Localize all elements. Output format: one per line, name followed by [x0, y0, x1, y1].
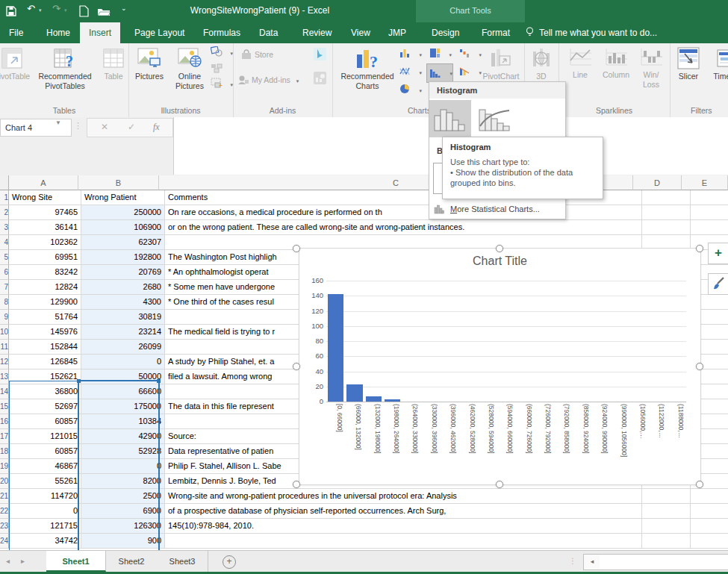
sheet-tab-sheet2[interactable]: Sheet2 — [106, 551, 158, 572]
sparkline-winloss-button[interactable]: Win/Loss — [636, 46, 666, 90]
undo-dropdown-icon[interactable]: ▾ — [39, 7, 42, 13]
histogram-bar[interactable] — [366, 396, 382, 402]
recommended-charts-button[interactable]: ? RecommendedCharts — [340, 46, 395, 91]
tab-page-layout[interactable]: Page Layout — [125, 22, 193, 43]
cell-b-17[interactable]: 42900 — [81, 429, 165, 444]
cell-a-15[interactable]: 52697 — [9, 399, 81, 414]
histogram-bar[interactable] — [346, 384, 362, 402]
row-header[interactable]: 21 — [0, 489, 9, 504]
row-header[interactable]: 5 — [0, 250, 9, 265]
cell-a-24[interactable]: 34742 — [9, 534, 81, 549]
recommended-pivottables-button[interactable]: ? RecommendedPivotTables — [33, 46, 97, 91]
row-header[interactable]: 19 — [0, 459, 9, 474]
more-statistical-charts-item[interactable]: More Statistical Charts... — [429, 200, 565, 219]
horizontal-scrollbar[interactable]: ◂ — [583, 554, 728, 570]
histogram-bar[interactable] — [385, 399, 400, 402]
sheet-tab-sheet3[interactable]: Sheet3 — [157, 551, 208, 572]
cell-a-16[interactable]: 60857 — [9, 414, 81, 429]
cell-b-14[interactable]: 66600 — [81, 384, 165, 399]
row-header[interactable]: 23 — [0, 519, 9, 534]
cell-b-16[interactable]: 10384 — [81, 414, 165, 429]
histogram-chart-option[interactable] — [429, 100, 471, 137]
cell-a-5[interactable]: 69951 — [9, 250, 81, 265]
tell-me-box[interactable]: Tell me what you want to do... — [525, 25, 657, 41]
cell-c-23[interactable]: 145(10):978-984, 2010. — [165, 519, 642, 534]
insert-column-chart-button[interactable]: ▾ — [399, 48, 422, 63]
cell-a-6[interactable]: 83242 — [9, 265, 81, 280]
cell-c-22[interactable]: of a prospective database of physician s… — [165, 504, 642, 519]
cell-d-23[interactable] — [642, 519, 691, 534]
enter-icon[interactable]: ✓ — [128, 122, 135, 132]
histogram-bar[interactable] — [328, 294, 343, 402]
redo-dropdown-icon[interactable]: ▾ — [64, 7, 67, 13]
pareto-chart-option[interactable] — [474, 100, 516, 137]
cell-b-23[interactable]: 126300 — [81, 519, 165, 534]
cell-a-7[interactable]: 12824 — [9, 280, 81, 295]
insert-combo-chart-button[interactable]: ▾ — [459, 66, 482, 81]
cell-b-9[interactable]: 30819 — [81, 310, 165, 325]
insert-statistic-chart-button[interactable]: ▾ — [427, 64, 452, 82]
cell-b-24[interactable]: 900 — [81, 534, 165, 549]
my-addins-button[interactable]: My Add-ins ▾ — [237, 75, 299, 85]
timeline-button[interactable]: Timeline — [707, 46, 728, 81]
slicer-button[interactable]: Slicer — [673, 46, 704, 81]
chart-resize-handle[interactable] — [696, 245, 703, 252]
tab-review[interactable]: Review — [293, 22, 340, 43]
cell-a-18[interactable]: 60857 — [9, 444, 81, 459]
tab-insert[interactable]: Insert — [80, 22, 120, 43]
pivottable-button[interactable]: PivotTable — [0, 46, 34, 81]
column-header-d[interactable]: D — [633, 175, 682, 190]
cell-b-20[interactable]: 8200 — [81, 474, 165, 489]
sparkline-line-button[interactable]: Line — [564, 46, 596, 80]
cell-b-10[interactable]: 23214 — [81, 325, 165, 340]
cell-e-21[interactable] — [691, 489, 728, 504]
cell-b-13[interactable]: 50000 — [81, 369, 165, 384]
row-header[interactable]: 8 — [0, 295, 9, 310]
cell-d-1[interactable] — [642, 190, 691, 205]
row-header[interactable]: 20 — [0, 474, 9, 489]
cell-e-2[interactable] — [691, 205, 728, 220]
cell-c-2[interactable]: On rare occasions, a medical procedure i… — [165, 205, 642, 220]
chart-resize-handle[interactable] — [696, 481, 703, 488]
insert-pie-chart-button[interactable]: ▾ — [399, 84, 422, 99]
cell-e-24[interactable] — [691, 534, 728, 549]
chart-resize-handle[interactable] — [696, 363, 703, 370]
cell-b-8[interactable]: 4300 — [81, 295, 165, 310]
tab-file[interactable]: File — [0, 22, 32, 43]
cell-a-3[interactable]: 36141 — [9, 220, 81, 235]
row-header[interactable]: 9 — [0, 310, 9, 325]
row-header[interactable]: 1 — [0, 190, 9, 205]
cell-e-22[interactable] — [691, 504, 728, 519]
row-header[interactable]: 7 — [0, 280, 9, 295]
tab-view[interactable]: View — [342, 22, 379, 43]
cell-c-21[interactable]: Wrong-site and wrong-patient procedures … — [165, 489, 642, 504]
row-header[interactable]: 16 — [0, 414, 9, 429]
cell-b-7[interactable]: 2680 — [81, 280, 165, 295]
cell-a-11[interactable]: 152844 — [9, 340, 81, 355]
cell-b-15[interactable]: 175000 — [81, 399, 165, 414]
row-header[interactable]: 3 — [0, 220, 9, 235]
screenshot-button[interactable]: +▾ — [211, 78, 233, 93]
cell-a-1[interactable]: Wrong Site — [9, 190, 81, 205]
chart-resize-handle[interactable] — [496, 245, 503, 252]
tab-design[interactable]: Design — [423, 22, 468, 43]
cell-a-21[interactable]: 114720 — [9, 489, 81, 504]
cell-a-22[interactable]: 0 — [9, 504, 81, 519]
cell-a-14[interactable]: 36800 — [9, 384, 81, 399]
row-header[interactable]: 4 — [0, 235, 9, 250]
smartart-button[interactable] — [211, 63, 233, 78]
tab-jmp[interactable]: JMP — [379, 22, 415, 43]
cell-a-12[interactable]: 126845 — [9, 355, 81, 369]
insert-waterfall-chart-button[interactable]: ▾ — [459, 48, 482, 63]
column-header-e[interactable]: E — [682, 175, 728, 190]
row-header[interactable]: 11 — [0, 340, 9, 355]
cell-b-22[interactable]: 6900 — [81, 504, 165, 519]
online-pictures-button[interactable]: OnlinePictures — [170, 46, 209, 91]
cell-b-5[interactable]: 192800 — [81, 250, 165, 265]
cell-b-6[interactable]: 20769 — [81, 265, 165, 280]
pivotchart-button[interactable]: PivotChart — [482, 46, 520, 81]
scroll-left-icon[interactable]: ◂ — [583, 554, 601, 570]
cell-a-20[interactable]: 55261 — [9, 474, 81, 489]
undo-button[interactable]: ↶ — [27, 3, 35, 14]
chart-resize-handle[interactable] — [293, 363, 300, 370]
